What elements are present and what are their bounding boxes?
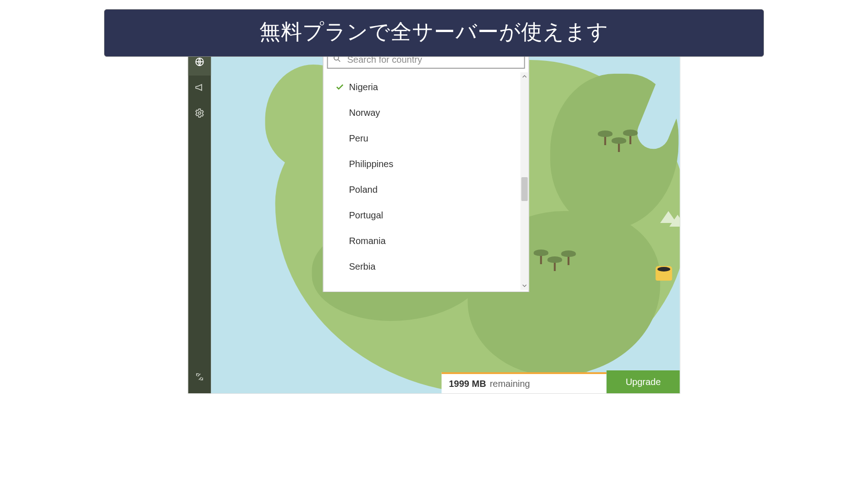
bottom-bar: 1999 MB remaining Upgrade	[442, 370, 680, 393]
scrollbar	[521, 72, 529, 290]
country-item[interactable]: Romania	[324, 228, 521, 254]
country-item[interactable]: Peru	[324, 125, 521, 151]
country-item-label: Norway	[349, 108, 380, 118]
sidebar	[188, 46, 211, 393]
mountain-icon	[670, 215, 680, 227]
data-remaining-label: remaining	[490, 379, 530, 389]
scroll-track[interactable]	[521, 81, 529, 282]
svg-point-1	[198, 112, 201, 114]
chevron-up-icon	[522, 72, 527, 81]
tree-icon	[560, 249, 578, 265]
country-item[interactable]: Portugal	[324, 202, 521, 228]
country-list-wrap: NigeriaNorwayPeruPhilippinesPolandPortug…	[324, 72, 529, 290]
country-item[interactable]: Nigeria	[324, 74, 521, 100]
app-window: NigeriaNorwayPeruPhilippinesPolandPortug…	[188, 46, 681, 394]
country-item-label: Philippines	[349, 159, 394, 169]
sidebar-collapse-button[interactable]	[188, 369, 211, 387]
country-list: NigeriaNorwayPeruPhilippinesPolandPortug…	[324, 72, 521, 290]
scroll-down-button[interactable]	[521, 282, 529, 290]
sidebar-item-settings[interactable]	[188, 101, 211, 127]
gear-icon	[195, 108, 205, 120]
country-item-label: Nigeria	[349, 82, 378, 92]
data-remaining: 1999 MB remaining	[442, 372, 607, 393]
chevron-down-icon	[522, 282, 527, 290]
data-remaining-amount: 1999 MB	[449, 379, 486, 389]
country-item[interactable]: Poland	[324, 177, 521, 202]
check-icon	[335, 82, 346, 92]
country-item[interactable]: Philippines	[324, 151, 521, 177]
upgrade-button[interactable]: Upgrade	[607, 370, 680, 393]
location-marker[interactable]	[656, 266, 672, 281]
scroll-up-button[interactable]	[521, 72, 529, 81]
country-item-label: Poland	[349, 185, 378, 195]
sidebar-item-announcements[interactable]	[188, 76, 211, 101]
scroll-thumb[interactable]	[522, 177, 528, 201]
promo-banner-text: 無料プランで全サーバーが使えます	[259, 20, 609, 43]
globe-icon	[195, 57, 205, 69]
country-panel: NigeriaNorwayPeruPhilippinesPolandPortug…	[323, 46, 529, 292]
upgrade-button-label: Upgrade	[626, 377, 661, 387]
tree-icon	[621, 128, 640, 144]
promo-banner: 無料プランで全サーバーが使えます	[104, 9, 764, 57]
collapse-icon	[195, 372, 204, 383]
country-item-label: Serbia	[349, 261, 376, 272]
map-area[interactable]: NigeriaNorwayPeruPhilippinesPolandPortug…	[211, 46, 680, 393]
country-item-label: Peru	[349, 133, 368, 144]
country-item-label: Romania	[349, 236, 386, 246]
announce-icon	[195, 82, 205, 94]
country-item-label: Portugal	[349, 210, 384, 221]
country-item[interactable]: Serbia	[324, 254, 521, 279]
country-item[interactable]: Norway	[324, 100, 521, 125]
